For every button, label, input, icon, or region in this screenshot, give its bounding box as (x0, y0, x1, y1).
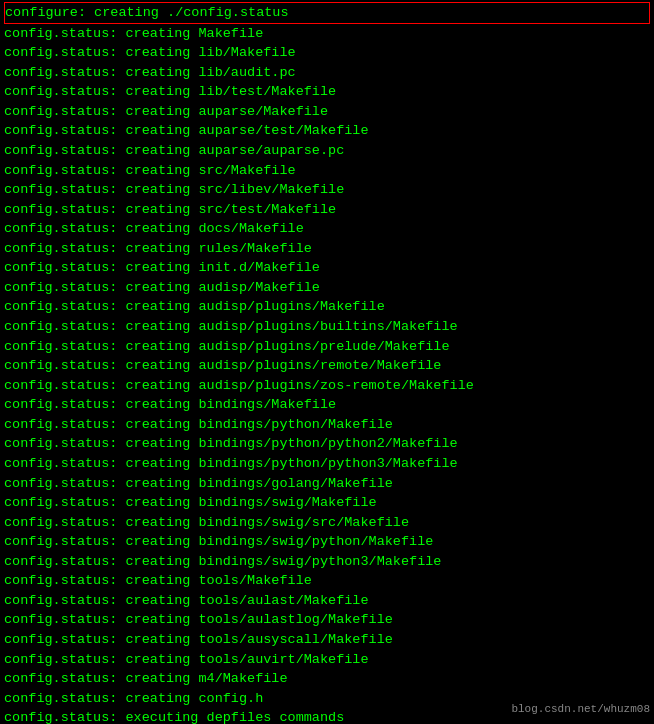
terminal-line: config.status: creating bindings/swig/sr… (4, 513, 650, 533)
terminal-line: config.status: creating audisp/Makefile (4, 278, 650, 298)
terminal-line: config.status: creating src/libev/Makefi… (4, 180, 650, 200)
terminal-line: config.status: creating auparse/test/Mak… (4, 121, 650, 141)
terminal-line: config.status: creating audisp/plugins/r… (4, 356, 650, 376)
terminal-line: config.status: creating src/test/Makefil… (4, 200, 650, 220)
terminal-line: config.status: creating lib/audit.pc (4, 63, 650, 83)
terminal-line: config.status: creating bindings/swig/py… (4, 552, 650, 572)
terminal-line: configure: creating ./config.status (4, 2, 650, 24)
terminal-line: config.status: creating docs/Makefile (4, 219, 650, 239)
terminal-window: configure: creating ./config.statusconfi… (0, 0, 654, 724)
terminal-line: config.status: creating tools/ausyscall/… (4, 630, 650, 650)
terminal-line: config.status: creating bindings/python/… (4, 454, 650, 474)
terminal-line: config.status: creating tools/Makefile (4, 571, 650, 591)
terminal-line: config.status: creating Makefile (4, 24, 650, 44)
terminal-line: config.status: creating tools/aulastlog/… (4, 610, 650, 630)
terminal-line: config.status: creating bindings/golang/… (4, 474, 650, 494)
terminal-line: config.status: creating lib/test/Makefil… (4, 82, 650, 102)
terminal-line: config.status: creating rules/Makefile (4, 239, 650, 259)
terminal-line: config.status: creating audisp/plugins/z… (4, 376, 650, 396)
terminal-line: config.status: creating tools/aulast/Mak… (4, 591, 650, 611)
terminal-line: config.status: creating auparse/Makefile (4, 102, 650, 122)
terminal-line: config.status: creating bindings/python/… (4, 415, 650, 435)
terminal-line: config.status: creating audisp/plugins/M… (4, 297, 650, 317)
terminal-line: config.status: creating bindings/python/… (4, 434, 650, 454)
terminal-line: config.status: creating audisp/plugins/b… (4, 317, 650, 337)
terminal-line: config.status: creating init.d/Makefile (4, 258, 650, 278)
terminal-line: config.status: creating lib/Makefile (4, 43, 650, 63)
terminal-line: config.status: creating bindings/swig/Ma… (4, 493, 650, 513)
watermark: blog.csdn.net/whuzm08 (511, 702, 650, 718)
terminal-line: config.status: creating audisp/plugins/p… (4, 337, 650, 357)
terminal-line: config.status: creating auparse/auparse.… (4, 141, 650, 161)
terminal-line: config.status: creating bindings/Makefil… (4, 395, 650, 415)
terminal-line: config.status: creating bindings/swig/py… (4, 532, 650, 552)
terminal-line: config.status: creating src/Makefile (4, 161, 650, 181)
terminal-line: config.status: creating tools/auvirt/Mak… (4, 650, 650, 670)
terminal-line: config.status: creating m4/Makefile (4, 669, 650, 689)
